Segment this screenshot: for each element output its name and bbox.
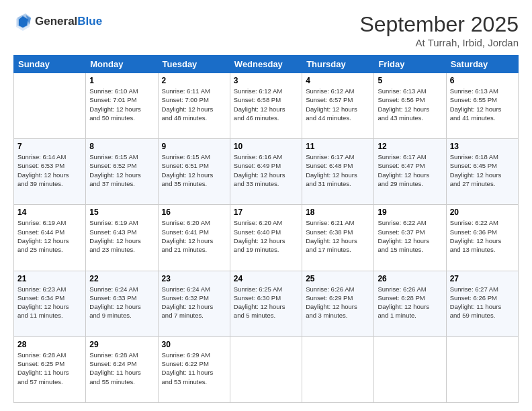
day-info: Sunrise: 6:22 AM Sunset: 6:36 PM Dayligh… xyxy=(450,218,515,254)
calendar-cell: 21Sunrise: 6:23 AM Sunset: 6:34 PM Dayli… xyxy=(14,271,86,336)
day-info: Sunrise: 6:21 AM Sunset: 6:38 PM Dayligh… xyxy=(306,218,370,254)
calendar-cell: 12Sunrise: 6:17 AM Sunset: 6:47 PM Dayli… xyxy=(374,139,446,205)
calendar-cell: 25Sunrise: 6:26 AM Sunset: 6:29 PM Dayli… xyxy=(302,271,374,336)
day-number: 15 xyxy=(89,208,154,217)
day-number: 26 xyxy=(378,274,442,283)
calendar-cell: 27Sunrise: 6:27 AM Sunset: 6:26 PM Dayli… xyxy=(446,271,518,336)
week-row-1: 1Sunrise: 6:10 AM Sunset: 7:01 PM Daylig… xyxy=(14,73,519,139)
calendar-cell: 22Sunrise: 6:24 AM Sunset: 6:33 PM Dayli… xyxy=(86,271,158,336)
calendar-cell: 6Sunrise: 6:13 AM Sunset: 6:55 PM Daylig… xyxy=(446,73,518,139)
logo-text: General Blue xyxy=(35,15,102,28)
day-number: 10 xyxy=(234,142,298,151)
calendar-cell: 4Sunrise: 6:12 AM Sunset: 6:57 PM Daylig… xyxy=(302,73,374,139)
day-number: 4 xyxy=(306,76,370,85)
day-number: 7 xyxy=(17,142,82,151)
calendar-header-row: SundayMondayTuesdayWednesdayThursdayFrid… xyxy=(14,56,519,73)
day-number: 28 xyxy=(17,340,82,349)
calendar-cell: 28Sunrise: 6:28 AM Sunset: 6:25 PM Dayli… xyxy=(14,336,86,402)
calendar-cell: 8Sunrise: 6:15 AM Sunset: 6:52 PM Daylig… xyxy=(86,139,158,205)
calendar-cell: 26Sunrise: 6:26 AM Sunset: 6:28 PM Dayli… xyxy=(374,271,446,336)
day-info: Sunrise: 6:20 AM Sunset: 6:40 PM Dayligh… xyxy=(234,218,298,254)
week-row-4: 21Sunrise: 6:23 AM Sunset: 6:34 PM Dayli… xyxy=(14,271,519,336)
day-number: 25 xyxy=(306,274,370,283)
day-number: 24 xyxy=(234,274,298,283)
day-info: Sunrise: 6:24 AM Sunset: 6:33 PM Dayligh… xyxy=(89,285,154,320)
calendar-cell: 16Sunrise: 6:20 AM Sunset: 6:41 PM Dayli… xyxy=(158,205,230,271)
day-number: 17 xyxy=(234,208,298,217)
day-number: 2 xyxy=(162,76,226,85)
calendar-cell xyxy=(446,336,518,402)
day-info: Sunrise: 6:19 AM Sunset: 6:43 PM Dayligh… xyxy=(89,218,154,254)
day-number: 5 xyxy=(378,76,442,85)
day-number: 14 xyxy=(17,208,82,217)
day-info: Sunrise: 6:11 AM Sunset: 7:00 PM Dayligh… xyxy=(162,87,226,122)
calendar-cell: 20Sunrise: 6:22 AM Sunset: 6:36 PM Dayli… xyxy=(446,205,518,271)
day-number: 23 xyxy=(162,274,226,283)
calendar-cell: 1Sunrise: 6:10 AM Sunset: 7:01 PM Daylig… xyxy=(86,73,158,139)
day-header-thursday: Thursday xyxy=(302,56,374,73)
day-number: 16 xyxy=(162,208,226,217)
logo-icon xyxy=(13,12,32,31)
calendar-cell xyxy=(14,73,86,139)
day-info: Sunrise: 6:22 AM Sunset: 6:37 PM Dayligh… xyxy=(378,218,442,254)
week-row-5: 28Sunrise: 6:28 AM Sunset: 6:25 PM Dayli… xyxy=(14,336,519,402)
month-title: September 2025 xyxy=(359,12,519,37)
calendar-cell xyxy=(302,336,374,402)
calendar-cell: 2Sunrise: 6:11 AM Sunset: 7:00 PM Daylig… xyxy=(158,73,230,139)
day-info: Sunrise: 6:26 AM Sunset: 6:28 PM Dayligh… xyxy=(378,285,442,320)
day-number: 9 xyxy=(162,142,226,151)
day-info: Sunrise: 6:12 AM Sunset: 6:58 PM Dayligh… xyxy=(234,87,298,122)
day-info: Sunrise: 6:25 AM Sunset: 6:30 PM Dayligh… xyxy=(234,285,298,320)
day-header-tuesday: Tuesday xyxy=(158,56,230,73)
day-number: 11 xyxy=(306,142,370,151)
header: General Blue September 2025 At Turrah, I… xyxy=(13,12,519,48)
day-info: Sunrise: 6:29 AM Sunset: 6:22 PM Dayligh… xyxy=(162,351,226,386)
day-number: 6 xyxy=(450,76,515,85)
calendar-cell: 3Sunrise: 6:12 AM Sunset: 6:58 PM Daylig… xyxy=(230,73,302,139)
logo-general-text: General xyxy=(35,15,77,28)
day-info: Sunrise: 6:17 AM Sunset: 6:47 PM Dayligh… xyxy=(378,152,442,188)
calendar-cell: 13Sunrise: 6:18 AM Sunset: 6:45 PM Dayli… xyxy=(446,139,518,205)
title-block: September 2025 At Turrah, Irbid, Jordan xyxy=(359,12,519,48)
day-info: Sunrise: 6:28 AM Sunset: 6:24 PM Dayligh… xyxy=(89,351,154,386)
day-number: 3 xyxy=(234,76,298,85)
day-header-wednesday: Wednesday xyxy=(230,56,302,73)
day-info: Sunrise: 6:24 AM Sunset: 6:32 PM Dayligh… xyxy=(162,285,226,320)
day-info: Sunrise: 6:17 AM Sunset: 6:48 PM Dayligh… xyxy=(306,152,370,188)
day-number: 29 xyxy=(89,340,154,349)
calendar-cell: 23Sunrise: 6:24 AM Sunset: 6:32 PM Dayli… xyxy=(158,271,230,336)
calendar-cell xyxy=(374,336,446,402)
day-number: 30 xyxy=(162,340,226,349)
logo: General Blue xyxy=(13,12,102,31)
calendar-cell: 24Sunrise: 6:25 AM Sunset: 6:30 PM Dayli… xyxy=(230,271,302,336)
calendar-cell: 30Sunrise: 6:29 AM Sunset: 6:22 PM Dayli… xyxy=(158,336,230,402)
day-number: 22 xyxy=(89,274,154,283)
day-info: Sunrise: 6:13 AM Sunset: 6:55 PM Dayligh… xyxy=(450,87,515,122)
day-info: Sunrise: 6:14 AM Sunset: 6:53 PM Dayligh… xyxy=(17,152,82,188)
day-number: 21 xyxy=(17,274,82,283)
day-info: Sunrise: 6:27 AM Sunset: 6:26 PM Dayligh… xyxy=(450,285,515,320)
calendar-cell: 17Sunrise: 6:20 AM Sunset: 6:40 PM Dayli… xyxy=(230,205,302,271)
day-number: 12 xyxy=(378,142,442,151)
calendar-cell: 11Sunrise: 6:17 AM Sunset: 6:48 PM Dayli… xyxy=(302,139,374,205)
day-info: Sunrise: 6:18 AM Sunset: 6:45 PM Dayligh… xyxy=(450,152,515,188)
calendar-cell: 9Sunrise: 6:15 AM Sunset: 6:51 PM Daylig… xyxy=(158,139,230,205)
day-info: Sunrise: 6:13 AM Sunset: 6:56 PM Dayligh… xyxy=(378,87,442,122)
calendar-cell: 19Sunrise: 6:22 AM Sunset: 6:37 PM Dayli… xyxy=(374,205,446,271)
day-number: 8 xyxy=(89,142,154,151)
calendar-cell xyxy=(230,336,302,402)
calendar-cell: 18Sunrise: 6:21 AM Sunset: 6:38 PM Dayli… xyxy=(302,205,374,271)
calendar-cell: 29Sunrise: 6:28 AM Sunset: 6:24 PM Dayli… xyxy=(86,336,158,402)
calendar-cell: 10Sunrise: 6:16 AM Sunset: 6:49 PM Dayli… xyxy=(230,139,302,205)
day-info: Sunrise: 6:12 AM Sunset: 6:57 PM Dayligh… xyxy=(306,87,370,122)
day-number: 27 xyxy=(450,274,515,283)
logo-blue-text: Blue xyxy=(77,15,102,28)
day-number: 20 xyxy=(450,208,515,217)
calendar-cell: 5Sunrise: 6:13 AM Sunset: 6:56 PM Daylig… xyxy=(374,73,446,139)
day-info: Sunrise: 6:15 AM Sunset: 6:52 PM Dayligh… xyxy=(89,152,154,188)
day-header-saturday: Saturday xyxy=(446,56,518,73)
page: General Blue September 2025 At Turrah, I… xyxy=(0,0,532,411)
day-info: Sunrise: 6:16 AM Sunset: 6:49 PM Dayligh… xyxy=(234,152,298,188)
day-info: Sunrise: 6:23 AM Sunset: 6:34 PM Dayligh… xyxy=(17,285,82,320)
location-subtitle: At Turrah, Irbid, Jordan xyxy=(359,37,519,48)
